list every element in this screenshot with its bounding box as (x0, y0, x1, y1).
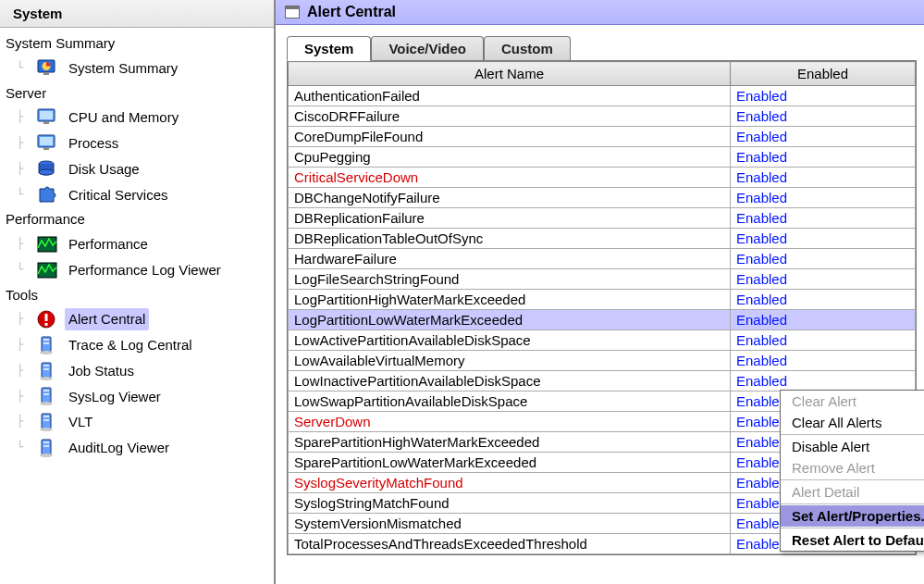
alert-enabled-cell[interactable]: Enabled (731, 188, 916, 208)
alert-enabled-cell[interactable]: Enabled (731, 127, 916, 147)
alert-enabled-cell[interactable]: Enabled (731, 371, 916, 391)
tree-item-label: Process (65, 132, 122, 155)
alert-name-cell[interactable]: LogFileSearchStringFound (289, 269, 731, 290)
alert-enabled-cell[interactable]: Enabled (731, 249, 916, 269)
alert-row[interactable]: LogPartitionLowWaterMarkExceededEnabled (289, 310, 916, 330)
alert-row[interactable]: CiscoDRFFailureEnabled (289, 106, 916, 127)
alert-row[interactable]: CpuPeggingEnabled (289, 147, 916, 168)
tree-branch-glyph: ├ (17, 414, 30, 429)
alert-row[interactable]: LogPartitionHighWaterMarkExceededEnabled (289, 290, 916, 310)
monitor-pie-icon (35, 58, 59, 79)
alert-name-cell[interactable]: CiscoDRFFailure (289, 106, 731, 127)
alert-enabled-cell[interactable]: Enabled (731, 290, 916, 310)
tree-item-alert-central[interactable]: ├Alert Central (4, 306, 274, 332)
alert-row[interactable]: LowAvailableVirtualMemoryEnabled (289, 351, 916, 371)
alert-name-cell[interactable]: SparePartitionLowWaterMarkExceeded (289, 453, 731, 473)
alert-name-cell[interactable]: SyslogStringMatchFound (289, 493, 731, 514)
alert-name-cell[interactable]: AuthenticationFailed (289, 86, 731, 106)
alert-name-cell[interactable]: HardwareFailure (289, 249, 731, 269)
alert-name-cell[interactable]: DBChangeNotifyFailure (289, 188, 731, 208)
tree-item-label: Trace & Log Central (65, 334, 196, 356)
tree-item-critical-services[interactable]: └Critical Services (4, 182, 274, 208)
alert-enabled-cell[interactable]: Enabled (731, 106, 916, 127)
alert-enabled-cell[interactable]: Enabled (731, 269, 916, 290)
alert-name-cell[interactable]: SparePartitionHighWaterMarkExceeded (289, 432, 731, 453)
tree-group-label: Server (4, 81, 274, 106)
alert-name-cell[interactable]: LogPartitionHighWaterMarkExceeded (289, 290, 731, 310)
alert-name-cell[interactable]: SyslogSeverityMatchFound (289, 473, 731, 493)
alert-name-cell[interactable]: LogPartitionLowWaterMarkExceeded (289, 310, 731, 330)
sidebar-title: System (0, 0, 274, 28)
alert-name-cell[interactable]: SystemVersionMismatched (289, 514, 731, 534)
alert-enabled-cell[interactable]: Enabled (731, 168, 916, 188)
tree-group-label: System Summary (4, 31, 274, 56)
alert-enabled-cell[interactable]: Enabled (731, 208, 916, 229)
alert-row[interactable]: CoreDumpFileFoundEnabled (289, 127, 916, 147)
alert-row[interactable]: DBReplicationTableOutOfSyncEnabled (289, 229, 916, 249)
menu-item: Clear Alert (781, 391, 924, 412)
svg-rect-7 (40, 137, 53, 145)
alert-enabled-cell[interactable]: Enabled (731, 147, 916, 168)
alert-row[interactable]: AuthenticationFailedEnabled (289, 86, 916, 106)
alert-row[interactable]: DBReplicationFailureEnabled (289, 208, 916, 229)
alert-name-cell[interactable]: CoreDumpFileFound (289, 127, 731, 147)
svg-point-23 (40, 377, 53, 380)
alert-name-cell[interactable]: CpuPegging (289, 147, 731, 168)
alert-name-cell[interactable]: ServerDown (289, 412, 731, 432)
column-header[interactable]: Alert Name (289, 62, 731, 86)
tree-item-trace-log[interactable]: ├Trace & Log Central (4, 332, 274, 358)
alert-enabled-cell[interactable]: Enabled (731, 310, 916, 330)
tree-item-performance[interactable]: ├Performance (4, 231, 274, 257)
alert-enabled-cell[interactable]: Enabled (731, 351, 916, 371)
alert-name-cell[interactable]: TotalProcessesAndThreadsExceededThreshol… (289, 534, 731, 554)
alert-name-cell[interactable]: LowInactivePartitionAvailableDiskSpace (289, 371, 731, 391)
tree-item-vlt[interactable]: ├VLT (4, 409, 274, 435)
tree-item-cpu-memory[interactable]: ├CPU and Memory (4, 105, 274, 130)
menu-item: Alert Detail (781, 481, 924, 503)
menu-item: Remove Alert (781, 457, 924, 478)
alert-row[interactable]: LowInactivePartitionAvailableDiskSpaceEn… (289, 371, 916, 391)
alert-row[interactable]: CriticalServiceDownEnabled (289, 168, 916, 188)
menu-separator (781, 479, 924, 480)
tree-item-performance-log[interactable]: └Performance Log Viewer (4, 257, 274, 283)
alert-name-cell[interactable]: LowActivePartitionAvailableDiskSpace (289, 330, 731, 351)
alert-name-cell[interactable]: DBReplicationTableOutOfSync (289, 229, 731, 249)
tree-item-syslog-viewer[interactable]: ├SysLog Viewer (4, 384, 274, 410)
alert-name-cell[interactable]: DBReplicationFailure (289, 208, 731, 229)
menu-item[interactable]: Disable Alert (781, 436, 924, 457)
tab-voice-video[interactable]: Voice/Video (371, 36, 484, 60)
alert-row[interactable]: LowActivePartitionAvailableDiskSpaceEnab… (289, 330, 916, 351)
svg-point-10 (39, 169, 54, 175)
tree-item-job-status[interactable]: ├Job Status (4, 358, 274, 384)
alert-enabled-cell[interactable]: Enabled (731, 330, 916, 351)
alert-enabled-cell[interactable]: Enabled (731, 86, 916, 106)
tree-item-disk-usage[interactable]: ├Disk Usage (4, 156, 274, 182)
menu-item[interactable]: Set Alert/Properties... (781, 505, 924, 527)
alert-name-cell[interactable]: CriticalServiceDown (289, 168, 731, 188)
disk-icon (35, 159, 59, 180)
tree-branch-glyph: ├ (17, 161, 30, 177)
alert-row[interactable]: HardwareFailureEnabled (289, 249, 916, 269)
monitor-icon (35, 107, 59, 128)
column-header[interactable]: Enabled (731, 62, 916, 86)
tree-branch-glyph: ├ (17, 236, 30, 252)
tree-item-system-summary[interactable]: └System Summary (4, 56, 274, 81)
tree-item-process[interactable]: ├Process (4, 130, 274, 156)
menu-item[interactable]: Clear All Alerts (781, 412, 924, 433)
tree-branch-glyph: └ (17, 440, 30, 455)
menu-item[interactable]: Reset Alert to Default Config (781, 529, 924, 551)
server-icon (35, 386, 59, 406)
menu-separator (781, 528, 924, 528)
tab-system[interactable]: System (287, 36, 371, 61)
alert-name-cell[interactable]: LowSwapPartitionAvailableDiskSpace (289, 391, 731, 412)
tab-custom[interactable]: Custom (484, 36, 571, 60)
tree-branch-glyph: └ (17, 60, 30, 76)
alert-row[interactable]: DBChangeNotifyFailureEnabled (289, 188, 916, 208)
svg-rect-4 (40, 111, 53, 119)
tree-branch-glyph: ├ (17, 363, 30, 379)
alert-enabled-cell[interactable]: Enabled (731, 229, 916, 249)
alert-name-cell[interactable]: LowAvailableVirtualMemory (289, 351, 731, 371)
tree-item-auditlog-viewer[interactable]: └AuditLog Viewer (4, 435, 274, 461)
alert-row[interactable]: LogFileSearchStringFoundEnabled (289, 269, 916, 290)
svg-rect-30 (43, 419, 49, 421)
